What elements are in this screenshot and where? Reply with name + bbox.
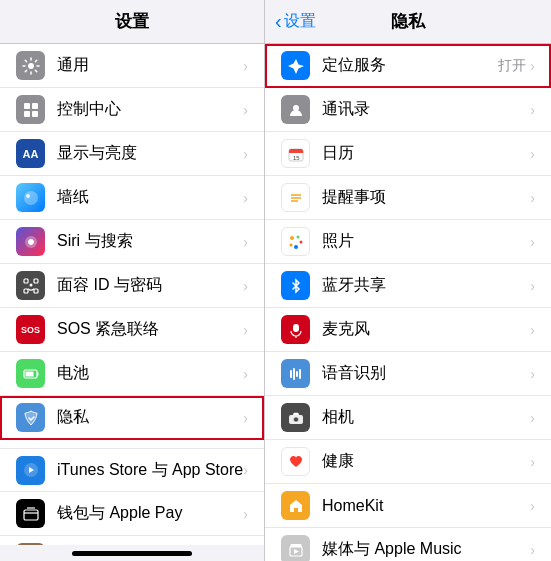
privacy-item-homekit[interactable]: HomeKit › (265, 484, 551, 528)
speech-icon (281, 359, 310, 388)
display-icon: AA (16, 139, 45, 168)
location-chevron: › (530, 58, 535, 74)
homekit-label: HomeKit (322, 497, 530, 515)
calendar-icon: 15 (281, 139, 310, 168)
siri-icon (16, 227, 45, 256)
battery-label: 电池 (57, 363, 243, 384)
microphone-chevron: › (530, 322, 535, 338)
settings-item-siri[interactable]: Siri 与搜索 › (0, 220, 264, 264)
back-chevron-icon: ‹ (275, 10, 282, 33)
privacy-item-speech[interactable]: 语音识别 › (265, 352, 551, 396)
battery-chevron: › (243, 366, 248, 382)
media-icon (281, 535, 310, 561)
svg-point-29 (294, 245, 298, 249)
wallpaper-chevron: › (243, 190, 248, 206)
sos-label: SOS 紧急联络 (57, 319, 243, 340)
contacts-chevron: › (530, 102, 535, 118)
bluetooth-icon (281, 271, 310, 300)
settings-item-itunes[interactable]: iTunes Store 与 App Store › (0, 448, 264, 492)
photos-icon (281, 227, 310, 256)
svg-rect-2 (32, 103, 38, 109)
svg-rect-21 (289, 151, 303, 153)
back-button[interactable]: ‹ 设置 (275, 10, 316, 33)
settings-item-passwords[interactable]: 密码与帐户 › (0, 536, 264, 545)
location-icon (281, 51, 310, 80)
display-label: 显示与亮度 (57, 143, 243, 164)
privacy-item-contacts[interactable]: 通讯录 › (265, 88, 551, 132)
left-panel: 设置 通用 › 控制中心 › AA 显示与亮度 › (0, 0, 265, 561)
svg-point-6 (26, 194, 30, 198)
svg-rect-36 (299, 369, 301, 379)
reminders-chevron: › (530, 190, 535, 206)
wallpaper-label: 墙纸 (57, 187, 243, 208)
microphone-label: 麦克风 (322, 319, 530, 340)
back-label: 设置 (284, 11, 316, 32)
svg-rect-8 (34, 279, 38, 283)
speech-label: 语音识别 (322, 363, 530, 384)
privacy-item-location[interactable]: 定位服务 打开 › (265, 44, 551, 88)
sos-icon: SOS (16, 315, 45, 344)
privacy-item-health[interactable]: 健康 › (265, 440, 551, 484)
health-icon (281, 447, 310, 476)
photos-chevron: › (530, 234, 535, 250)
svg-rect-35 (296, 371, 298, 377)
svg-rect-34 (293, 368, 295, 380)
settings-item-wallet[interactable]: 钱包与 Apple Pay › (0, 492, 264, 536)
itunes-chevron: › (243, 462, 248, 478)
faceid-label: 面容 ID 与密码 (57, 275, 243, 296)
passwords-icon (16, 543, 45, 545)
microphone-icon (281, 315, 310, 344)
bluetooth-label: 蓝牙共享 (322, 275, 530, 296)
camera-icon (281, 403, 310, 432)
left-title: 设置 (115, 10, 149, 33)
media-label: 媒体与 Apple Music (322, 539, 530, 560)
location-label: 定位服务 (322, 55, 498, 76)
svg-rect-13 (37, 372, 39, 375)
svg-rect-15 (24, 510, 38, 520)
privacy-item-media[interactable]: 媒体与 Apple Music › (265, 528, 551, 561)
camera-label: 相机 (322, 407, 530, 428)
privacy-item-photos[interactable]: 照片 › (265, 220, 551, 264)
wallet-icon (16, 499, 45, 528)
speech-chevron: › (530, 366, 535, 382)
svg-point-28 (299, 240, 302, 243)
calendar-chevron: › (530, 146, 535, 162)
settings-item-sos[interactable]: SOS SOS 紧急联络 › (0, 308, 264, 352)
privacy-item-microphone[interactable]: 麦克风 › (265, 308, 551, 352)
faceid-chevron: › (243, 278, 248, 294)
privacy-item-reminders[interactable]: 提醒事项 › (265, 176, 551, 220)
svg-rect-14 (25, 371, 33, 376)
privacy-item-bluetooth[interactable]: 蓝牙共享 › (265, 264, 551, 308)
privacy-chevron: › (243, 410, 248, 426)
media-chevron: › (530, 542, 535, 558)
privacy-list: 定位服务 打开 › 通讯录 › 15 日历 › (265, 44, 551, 561)
svg-rect-10 (34, 289, 38, 293)
photos-label: 照片 (322, 231, 530, 252)
control-label: 控制中心 (57, 99, 243, 120)
svg-point-26 (290, 236, 294, 240)
svg-point-0 (28, 63, 34, 69)
bluetooth-chevron: › (530, 278, 535, 294)
left-header: 设置 (0, 0, 264, 44)
settings-item-general[interactable]: 通用 › (0, 44, 264, 88)
settings-item-battery[interactable]: 电池 › (0, 352, 264, 396)
general-label: 通用 (57, 55, 243, 76)
settings-item-display[interactable]: AA 显示与亮度 › (0, 132, 264, 176)
privacy-item-camera[interactable]: 相机 › (265, 396, 551, 440)
homekit-icon (281, 491, 310, 520)
privacy-item-calendar[interactable]: 15 日历 › (265, 132, 551, 176)
battery-icon (16, 359, 45, 388)
home-indicator (72, 551, 192, 556)
svg-point-38 (293, 417, 298, 422)
settings-item-wallpaper[interactable]: 墙纸 › (0, 176, 264, 220)
svg-point-11 (29, 283, 32, 286)
general-chevron: › (243, 58, 248, 74)
settings-item-control[interactable]: 控制中心 › (0, 88, 264, 132)
settings-item-privacy[interactable]: 隐私 › (0, 396, 264, 440)
settings-item-faceid[interactable]: 面容 ID 与密码 › (0, 264, 264, 308)
right-title: 隐私 (391, 10, 425, 33)
svg-rect-3 (24, 111, 30, 117)
home-indicator-bar (0, 545, 264, 561)
svg-rect-1 (24, 103, 30, 109)
reminders-icon (281, 183, 310, 212)
